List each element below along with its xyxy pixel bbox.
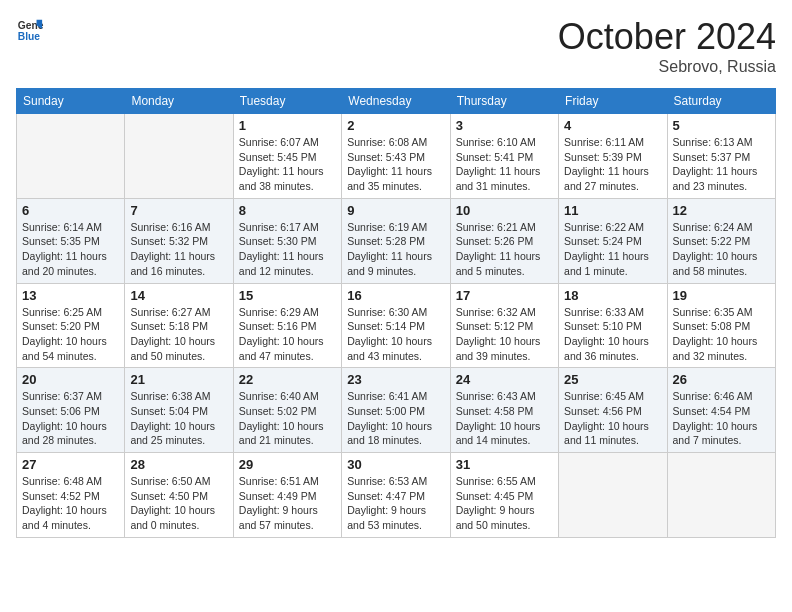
day-number: 28 — [130, 457, 227, 472]
day-number: 7 — [130, 203, 227, 218]
calendar-cell — [17, 114, 125, 199]
day-number: 8 — [239, 203, 336, 218]
calendar-cell: 30Sunrise: 6:53 AMSunset: 4:47 PMDayligh… — [342, 453, 450, 538]
svg-text:Blue: Blue — [18, 31, 41, 42]
calendar-cell: 20Sunrise: 6:37 AMSunset: 5:06 PMDayligh… — [17, 368, 125, 453]
calendar-week-row: 20Sunrise: 6:37 AMSunset: 5:06 PMDayligh… — [17, 368, 776, 453]
calendar-cell: 22Sunrise: 6:40 AMSunset: 5:02 PMDayligh… — [233, 368, 341, 453]
logo: General Blue — [16, 16, 44, 44]
day-number: 13 — [22, 288, 119, 303]
calendar-cell: 12Sunrise: 6:24 AMSunset: 5:22 PMDayligh… — [667, 198, 775, 283]
day-number: 27 — [22, 457, 119, 472]
logo-icon: General Blue — [16, 16, 44, 44]
weekday-header-monday: Monday — [125, 89, 233, 114]
calendar-cell: 27Sunrise: 6:48 AMSunset: 4:52 PMDayligh… — [17, 453, 125, 538]
weekday-header-row: SundayMondayTuesdayWednesdayThursdayFrid… — [17, 89, 776, 114]
calendar-cell: 31Sunrise: 6:55 AMSunset: 4:45 PMDayligh… — [450, 453, 558, 538]
calendar-week-row: 6Sunrise: 6:14 AMSunset: 5:35 PMDaylight… — [17, 198, 776, 283]
day-info: Sunrise: 6:46 AMSunset: 4:54 PMDaylight:… — [673, 389, 770, 448]
day-info: Sunrise: 6:51 AMSunset: 4:49 PMDaylight:… — [239, 474, 336, 533]
day-number: 14 — [130, 288, 227, 303]
day-info: Sunrise: 6:13 AMSunset: 5:37 PMDaylight:… — [673, 135, 770, 194]
calendar-cell: 21Sunrise: 6:38 AMSunset: 5:04 PMDayligh… — [125, 368, 233, 453]
day-number: 15 — [239, 288, 336, 303]
day-number: 5 — [673, 118, 770, 133]
calendar-cell: 11Sunrise: 6:22 AMSunset: 5:24 PMDayligh… — [559, 198, 667, 283]
day-info: Sunrise: 6:30 AMSunset: 5:14 PMDaylight:… — [347, 305, 444, 364]
calendar-week-row: 27Sunrise: 6:48 AMSunset: 4:52 PMDayligh… — [17, 453, 776, 538]
calendar-cell: 14Sunrise: 6:27 AMSunset: 5:18 PMDayligh… — [125, 283, 233, 368]
day-number: 12 — [673, 203, 770, 218]
day-number: 6 — [22, 203, 119, 218]
day-info: Sunrise: 6:24 AMSunset: 5:22 PMDaylight:… — [673, 220, 770, 279]
weekday-header-friday: Friday — [559, 89, 667, 114]
calendar-cell: 28Sunrise: 6:50 AMSunset: 4:50 PMDayligh… — [125, 453, 233, 538]
day-info: Sunrise: 6:11 AMSunset: 5:39 PMDaylight:… — [564, 135, 661, 194]
calendar-cell: 15Sunrise: 6:29 AMSunset: 5:16 PMDayligh… — [233, 283, 341, 368]
day-number: 26 — [673, 372, 770, 387]
day-number: 10 — [456, 203, 553, 218]
calendar-cell: 19Sunrise: 6:35 AMSunset: 5:08 PMDayligh… — [667, 283, 775, 368]
calendar-cell: 9Sunrise: 6:19 AMSunset: 5:28 PMDaylight… — [342, 198, 450, 283]
calendar-cell: 23Sunrise: 6:41 AMSunset: 5:00 PMDayligh… — [342, 368, 450, 453]
day-info: Sunrise: 6:16 AMSunset: 5:32 PMDaylight:… — [130, 220, 227, 279]
day-info: Sunrise: 6:50 AMSunset: 4:50 PMDaylight:… — [130, 474, 227, 533]
calendar-cell — [559, 453, 667, 538]
day-number: 22 — [239, 372, 336, 387]
day-number: 16 — [347, 288, 444, 303]
day-number: 19 — [673, 288, 770, 303]
day-info: Sunrise: 6:22 AMSunset: 5:24 PMDaylight:… — [564, 220, 661, 279]
calendar-cell: 24Sunrise: 6:43 AMSunset: 4:58 PMDayligh… — [450, 368, 558, 453]
calendar-cell: 1Sunrise: 6:07 AMSunset: 5:45 PMDaylight… — [233, 114, 341, 199]
day-number: 31 — [456, 457, 553, 472]
calendar-cell: 13Sunrise: 6:25 AMSunset: 5:20 PMDayligh… — [17, 283, 125, 368]
calendar-cell — [125, 114, 233, 199]
calendar-cell: 17Sunrise: 6:32 AMSunset: 5:12 PMDayligh… — [450, 283, 558, 368]
calendar-week-row: 1Sunrise: 6:07 AMSunset: 5:45 PMDaylight… — [17, 114, 776, 199]
day-info: Sunrise: 6:08 AMSunset: 5:43 PMDaylight:… — [347, 135, 444, 194]
day-info: Sunrise: 6:37 AMSunset: 5:06 PMDaylight:… — [22, 389, 119, 448]
calendar-cell: 25Sunrise: 6:45 AMSunset: 4:56 PMDayligh… — [559, 368, 667, 453]
day-info: Sunrise: 6:53 AMSunset: 4:47 PMDaylight:… — [347, 474, 444, 533]
day-number: 17 — [456, 288, 553, 303]
location-title: Sebrovo, Russia — [558, 58, 776, 76]
day-number: 9 — [347, 203, 444, 218]
calendar-cell: 3Sunrise: 6:10 AMSunset: 5:41 PMDaylight… — [450, 114, 558, 199]
day-number: 20 — [22, 372, 119, 387]
calendar-cell: 18Sunrise: 6:33 AMSunset: 5:10 PMDayligh… — [559, 283, 667, 368]
calendar-cell: 29Sunrise: 6:51 AMSunset: 4:49 PMDayligh… — [233, 453, 341, 538]
day-info: Sunrise: 6:35 AMSunset: 5:08 PMDaylight:… — [673, 305, 770, 364]
day-number: 18 — [564, 288, 661, 303]
day-number: 24 — [456, 372, 553, 387]
day-info: Sunrise: 6:45 AMSunset: 4:56 PMDaylight:… — [564, 389, 661, 448]
day-info: Sunrise: 6:29 AMSunset: 5:16 PMDaylight:… — [239, 305, 336, 364]
weekday-header-wednesday: Wednesday — [342, 89, 450, 114]
month-title: October 2024 — [558, 16, 776, 58]
calendar-cell: 6Sunrise: 6:14 AMSunset: 5:35 PMDaylight… — [17, 198, 125, 283]
day-info: Sunrise: 6:10 AMSunset: 5:41 PMDaylight:… — [456, 135, 553, 194]
day-info: Sunrise: 6:41 AMSunset: 5:00 PMDaylight:… — [347, 389, 444, 448]
day-info: Sunrise: 6:55 AMSunset: 4:45 PMDaylight:… — [456, 474, 553, 533]
day-info: Sunrise: 6:25 AMSunset: 5:20 PMDaylight:… — [22, 305, 119, 364]
calendar-cell: 7Sunrise: 6:16 AMSunset: 5:32 PMDaylight… — [125, 198, 233, 283]
day-number: 11 — [564, 203, 661, 218]
day-info: Sunrise: 6:19 AMSunset: 5:28 PMDaylight:… — [347, 220, 444, 279]
day-number: 1 — [239, 118, 336, 133]
calendar-table: SundayMondayTuesdayWednesdayThursdayFrid… — [16, 88, 776, 538]
day-number: 29 — [239, 457, 336, 472]
day-info: Sunrise: 6:48 AMSunset: 4:52 PMDaylight:… — [22, 474, 119, 533]
calendar-week-row: 13Sunrise: 6:25 AMSunset: 5:20 PMDayligh… — [17, 283, 776, 368]
day-number: 21 — [130, 372, 227, 387]
day-info: Sunrise: 6:38 AMSunset: 5:04 PMDaylight:… — [130, 389, 227, 448]
calendar-cell: 2Sunrise: 6:08 AMSunset: 5:43 PMDaylight… — [342, 114, 450, 199]
day-info: Sunrise: 6:07 AMSunset: 5:45 PMDaylight:… — [239, 135, 336, 194]
weekday-header-sunday: Sunday — [17, 89, 125, 114]
page-header: General Blue October 2024 Sebrovo, Russi… — [16, 16, 776, 76]
day-info: Sunrise: 6:27 AMSunset: 5:18 PMDaylight:… — [130, 305, 227, 364]
day-number: 25 — [564, 372, 661, 387]
day-info: Sunrise: 6:40 AMSunset: 5:02 PMDaylight:… — [239, 389, 336, 448]
day-info: Sunrise: 6:17 AMSunset: 5:30 PMDaylight:… — [239, 220, 336, 279]
day-number: 4 — [564, 118, 661, 133]
calendar-cell: 16Sunrise: 6:30 AMSunset: 5:14 PMDayligh… — [342, 283, 450, 368]
day-info: Sunrise: 6:21 AMSunset: 5:26 PMDaylight:… — [456, 220, 553, 279]
